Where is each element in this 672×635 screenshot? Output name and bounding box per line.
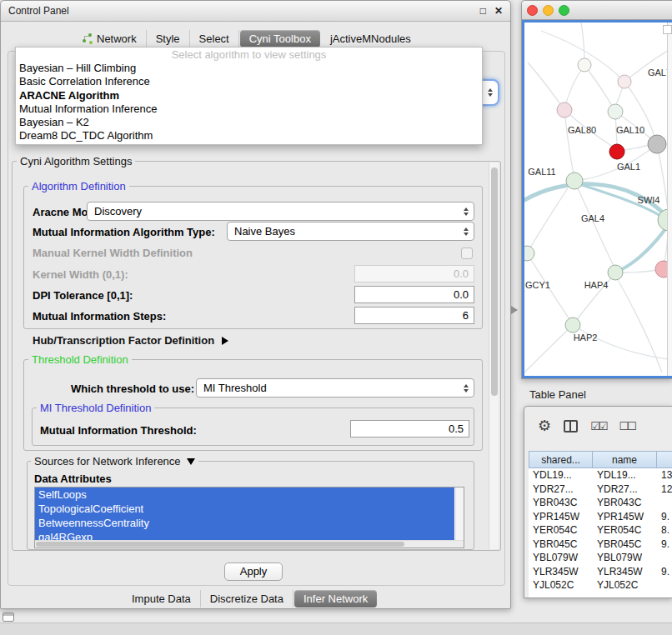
mi-steps-field[interactable]: 6: [354, 307, 474, 324]
table-header: shared...name: [529, 451, 672, 468]
manual-kernel-checkbox[interactable]: [461, 248, 473, 259]
scrollbar-thumb[interactable]: [491, 168, 498, 396]
network-node[interactable]: [524, 246, 534, 261]
network-node-label: GCY1: [525, 280, 550, 290]
table-row[interactable]: YER054CYER054C8.: [529, 523, 672, 538]
attributes-vertical-scrollbar[interactable]: [455, 488, 464, 540]
gear-icon[interactable]: ⚙: [538, 418, 551, 433]
which-threshold-combobox[interactable]: MI Threshold: [196, 378, 474, 398]
tab-network[interactable]: Network: [73, 30, 147, 48]
attribute-item[interactable]: SelfLoops: [35, 488, 454, 502]
network-scrollbar[interactable]: [667, 22, 672, 376]
control-panel-titlebar[interactable]: Control Panel □ ✕: [1, 1, 510, 22]
float-window-icon[interactable]: □: [480, 5, 486, 17]
attribute-item[interactable]: TopologicalCoefficient: [35, 502, 454, 516]
mi-threshold-field[interactable]: 0.5: [350, 420, 469, 438]
table-row[interactable]: YBR043CYBR043C: [529, 496, 672, 510]
network-canvas[interactable]: GAL7GAL80GAL10GAL11GAL1SWI4GAL4GCY1HAP4Y…: [522, 20, 672, 378]
aracne-mode-combobox[interactable]: Discovery: [87, 202, 474, 221]
network-node[interactable]: [618, 75, 631, 88]
tab-cyni-toolbox[interactable]: Cyni Toolbox: [240, 30, 320, 48]
hub-definition-label: Hub/Transcription Factor Definition: [33, 334, 214, 347]
birdseye-button[interactable]: [663, 25, 672, 34]
network-icon: [82, 33, 93, 43]
algorithm-option[interactable]: Bayesian – K2: [16, 116, 482, 129]
tab-select[interactable]: Select: [190, 30, 239, 48]
dpi-tolerance-label: DPI Tolerance [0,1]:: [33, 289, 133, 302]
network-node-label: GAL1: [617, 162, 640, 172]
deselect-all-columns-icon[interactable]: ☐☐: [619, 420, 634, 432]
kernel-width-value: 0.0: [454, 268, 469, 280]
network-node[interactable]: [557, 102, 572, 118]
network-node[interactable]: [608, 104, 623, 119]
algorithm-definition-title: Algorithm Definition: [28, 181, 129, 192]
table-cell: YER054C: [593, 524, 657, 536]
algorithm-option[interactable]: Mutual Information Inference: [16, 102, 482, 116]
select-all-columns-icon[interactable]: ☑☑: [590, 420, 606, 432]
table-cell: YBL079W: [529, 552, 593, 563]
network-node-label: HAP2: [574, 332, 598, 342]
combo-arrows-icon: [464, 228, 469, 236]
settings-scrollbar[interactable]: [489, 162, 499, 549]
manual-kernel-label: Manual Kernel Width Definition: [33, 247, 193, 259]
table-cell: 13: [657, 469, 672, 481]
close-window-icon[interactable]: [527, 5, 538, 16]
algorithm-option[interactable]: Dream8 DC_TDC Algorithm: [16, 129, 482, 142]
columns-icon[interactable]: [564, 420, 578, 432]
table-toolbar: ⚙ ☑☑ ☐☐: [524, 407, 672, 445]
tab-impute-data[interactable]: Impute Data: [123, 590, 201, 608]
column-header[interactable]: [657, 451, 672, 468]
network-node-label: GAL11: [528, 167, 555, 177]
table-row[interactable]: YDR27...YDR27...12: [529, 482, 672, 497]
mi-type-value: Naive Bayes: [234, 225, 295, 238]
table-row[interactable]: YJL052CYJL052C: [529, 578, 672, 592]
sources-title-label: Sources for Network Inference: [34, 455, 181, 468]
table-cell: 12: [657, 483, 672, 495]
network-window-titlebar[interactable]: [522, 1, 672, 20]
data-attributes-label: Data Attributes: [34, 472, 112, 485]
attributes-horizontal-scrollbar[interactable]: [35, 540, 464, 548]
table-cell: YLR345W: [593, 566, 657, 578]
table-cell: 9.: [657, 566, 672, 578]
zoom-window-icon[interactable]: [559, 5, 569, 16]
minimized-window-icon[interactable]: [3, 612, 14, 622]
algorithm-option[interactable]: ARACNE Algorithm: [16, 89, 482, 102]
tab-style[interactable]: Style: [147, 30, 190, 48]
collapse-arrow-icon: [187, 458, 195, 465]
tab-discretize-data-label: Discretize Data: [210, 592, 283, 605]
apply-button[interactable]: Apply: [224, 562, 283, 581]
algorithm-option[interactable]: Bayesian – Hill Climbing: [16, 62, 482, 75]
table-row[interactable]: YBL079WYBL079W: [529, 551, 672, 565]
close-window-icon[interactable]: ✕: [494, 5, 503, 17]
panel-splitter-handle[interactable]: [511, 306, 518, 314]
dpi-tolerance-field[interactable]: 0.0: [354, 286, 474, 303]
hub-definition-toggle[interactable]: Hub/Transcription Factor Definition: [33, 334, 228, 347]
network-node[interactable]: [608, 265, 623, 280]
algorithm-option[interactable]: Basic Correlation Inference: [16, 75, 482, 88]
network-node[interactable]: [578, 58, 591, 72]
tab-infer-network-label: Infer Network: [303, 592, 368, 605]
tab-jactivemnodules[interactable]: jActiveMNodules: [321, 30, 420, 48]
table-cell: 9.: [657, 511, 672, 522]
table-row[interactable]: YPR145WYPR145W9.: [529, 510, 672, 524]
table-cell: 8.: [657, 524, 672, 536]
network-node[interactable]: [609, 144, 624, 159]
table-row[interactable]: YLR345WYLR345W9.: [529, 565, 672, 579]
tab-infer-network[interactable]: Infer Network: [294, 590, 377, 608]
column-header[interactable]: name: [593, 451, 657, 468]
network-node[interactable]: [566, 172, 583, 189]
table-cell: YJL052C: [529, 579, 593, 591]
mi-type-combobox[interactable]: Naive Bayes: [227, 222, 474, 241]
control-panel-window: Control Panel □ ✕ NetworkStyleSelectCyni…: [0, 0, 511, 609]
minimize-window-icon[interactable]: [543, 5, 554, 16]
tab-discretize-data[interactable]: Discretize Data: [201, 590, 293, 608]
attribute-item[interactable]: BetweennessCentrality: [35, 516, 454, 530]
tab-select-label: Select: [199, 32, 229, 45]
network-node[interactable]: [565, 318, 580, 332]
sources-toggle[interactable]: Sources for Network Inference: [31, 455, 198, 468]
column-header[interactable]: shared...: [529, 451, 593, 468]
data-attributes-list[interactable]: SelfLoopsTopologicalCoefficientBetweenne…: [34, 487, 464, 548]
table-row[interactable]: YBR045CYBR045C9.: [529, 538, 672, 552]
network-node[interactable]: [648, 135, 666, 153]
table-row[interactable]: YDL19...YDL19...13: [529, 468, 672, 482]
